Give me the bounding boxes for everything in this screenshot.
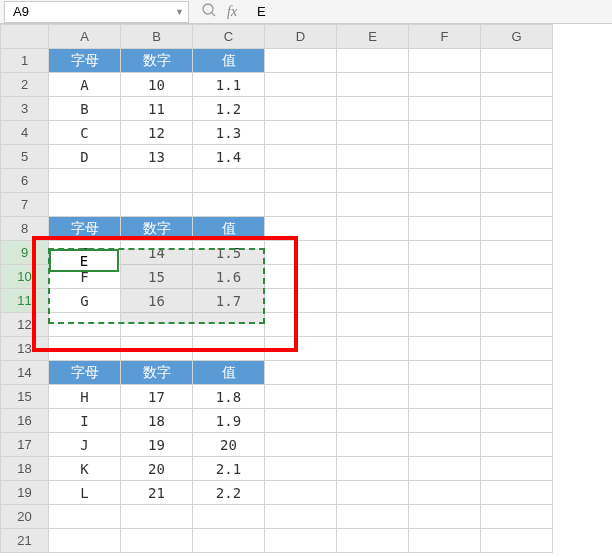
cell-E5[interactable]	[337, 145, 409, 169]
cell-G11[interactable]	[481, 289, 553, 313]
cell-B20[interactable]	[121, 505, 193, 529]
cell-G15[interactable]	[481, 385, 553, 409]
cell-B13[interactable]	[121, 337, 193, 361]
spreadsheet-grid[interactable]: A B C D E F G 1 字母 数字 值 2 A 10 1.1 3 B 1…	[0, 24, 612, 553]
cell-A10[interactable]: F	[49, 265, 121, 289]
cell-G1[interactable]	[481, 49, 553, 73]
row-head-2[interactable]: 2	[1, 73, 49, 97]
cell-E20[interactable]	[337, 505, 409, 529]
cell-G5[interactable]	[481, 145, 553, 169]
cell-F16[interactable]	[409, 409, 481, 433]
row-head-21[interactable]: 21	[1, 529, 49, 553]
cell-C6[interactable]	[193, 169, 265, 193]
cell-C10[interactable]: 1.6	[193, 265, 265, 289]
cell-C14[interactable]: 值	[193, 361, 265, 385]
cell-C15[interactable]: 1.8	[193, 385, 265, 409]
cell-D21[interactable]	[265, 529, 337, 553]
cell-C11[interactable]: 1.7	[193, 289, 265, 313]
row-head-3[interactable]: 3	[1, 97, 49, 121]
cell-D20[interactable]	[265, 505, 337, 529]
name-box[interactable]: A9 ▼	[4, 1, 189, 23]
cell-A20[interactable]	[49, 505, 121, 529]
cell-B3[interactable]: 11	[121, 97, 193, 121]
cell-B15[interactable]: 17	[121, 385, 193, 409]
cell-E16[interactable]	[337, 409, 409, 433]
row-head-7[interactable]: 7	[1, 193, 49, 217]
cell-G14[interactable]	[481, 361, 553, 385]
cell-C16[interactable]: 1.9	[193, 409, 265, 433]
cell-F4[interactable]	[409, 121, 481, 145]
cell-F20[interactable]	[409, 505, 481, 529]
cell-C20[interactable]	[193, 505, 265, 529]
sheet-table[interactable]: A B C D E F G 1 字母 数字 值 2 A 10 1.1 3 B 1…	[0, 24, 553, 553]
cell-B7[interactable]	[121, 193, 193, 217]
cell-E17[interactable]	[337, 433, 409, 457]
select-all-corner[interactable]	[1, 25, 49, 49]
cell-B6[interactable]	[121, 169, 193, 193]
cell-F3[interactable]	[409, 97, 481, 121]
cell-E18[interactable]	[337, 457, 409, 481]
cell-E14[interactable]	[337, 361, 409, 385]
cell-A17[interactable]: J	[49, 433, 121, 457]
formula-input[interactable]: E	[249, 4, 612, 19]
cell-B2[interactable]: 10	[121, 73, 193, 97]
cell-F5[interactable]	[409, 145, 481, 169]
cell-C8[interactable]: 值	[193, 217, 265, 241]
cell-B9[interactable]: 14	[121, 241, 193, 265]
cell-D3[interactable]	[265, 97, 337, 121]
cell-G9[interactable]	[481, 241, 553, 265]
cell-E10[interactable]	[337, 265, 409, 289]
cell-F11[interactable]	[409, 289, 481, 313]
cell-C3[interactable]: 1.2	[193, 97, 265, 121]
cell-A5[interactable]: D	[49, 145, 121, 169]
cell-D4[interactable]	[265, 121, 337, 145]
row-head-17[interactable]: 17	[1, 433, 49, 457]
cell-D19[interactable]	[265, 481, 337, 505]
cell-E21[interactable]	[337, 529, 409, 553]
cell-E7[interactable]	[337, 193, 409, 217]
cell-A9[interactable]: E	[49, 241, 121, 265]
cell-B10[interactable]: 15	[121, 265, 193, 289]
cell-C18[interactable]: 2.1	[193, 457, 265, 481]
cell-C19[interactable]: 2.2	[193, 481, 265, 505]
col-head-F[interactable]: F	[409, 25, 481, 49]
cell-E19[interactable]	[337, 481, 409, 505]
cell-A18[interactable]: K	[49, 457, 121, 481]
cell-F14[interactable]	[409, 361, 481, 385]
cell-A6[interactable]	[49, 169, 121, 193]
cell-G19[interactable]	[481, 481, 553, 505]
cell-F1[interactable]	[409, 49, 481, 73]
cell-E4[interactable]	[337, 121, 409, 145]
cell-D7[interactable]	[265, 193, 337, 217]
cell-F8[interactable]	[409, 217, 481, 241]
cell-F2[interactable]	[409, 73, 481, 97]
cell-B5[interactable]: 13	[121, 145, 193, 169]
cell-A21[interactable]	[49, 529, 121, 553]
cell-C12[interactable]	[193, 313, 265, 337]
cell-G16[interactable]	[481, 409, 553, 433]
cell-C13[interactable]	[193, 337, 265, 361]
cell-C4[interactable]: 1.3	[193, 121, 265, 145]
cell-B11[interactable]: 16	[121, 289, 193, 313]
cell-D13[interactable]	[265, 337, 337, 361]
row-head-12[interactable]: 12	[1, 313, 49, 337]
cell-D16[interactable]	[265, 409, 337, 433]
cell-F18[interactable]	[409, 457, 481, 481]
cell-G18[interactable]	[481, 457, 553, 481]
cell-G6[interactable]	[481, 169, 553, 193]
cell-G2[interactable]	[481, 73, 553, 97]
cell-A14[interactable]: 字母	[49, 361, 121, 385]
cell-E11[interactable]	[337, 289, 409, 313]
col-head-C[interactable]: C	[193, 25, 265, 49]
col-head-E[interactable]: E	[337, 25, 409, 49]
cell-C7[interactable]	[193, 193, 265, 217]
cell-E15[interactable]	[337, 385, 409, 409]
cell-B4[interactable]: 12	[121, 121, 193, 145]
cell-E6[interactable]	[337, 169, 409, 193]
cell-B18[interactable]: 20	[121, 457, 193, 481]
cell-A19[interactable]: L	[49, 481, 121, 505]
cell-B16[interactable]: 18	[121, 409, 193, 433]
cell-F19[interactable]	[409, 481, 481, 505]
cell-D14[interactable]	[265, 361, 337, 385]
cell-D5[interactable]	[265, 145, 337, 169]
